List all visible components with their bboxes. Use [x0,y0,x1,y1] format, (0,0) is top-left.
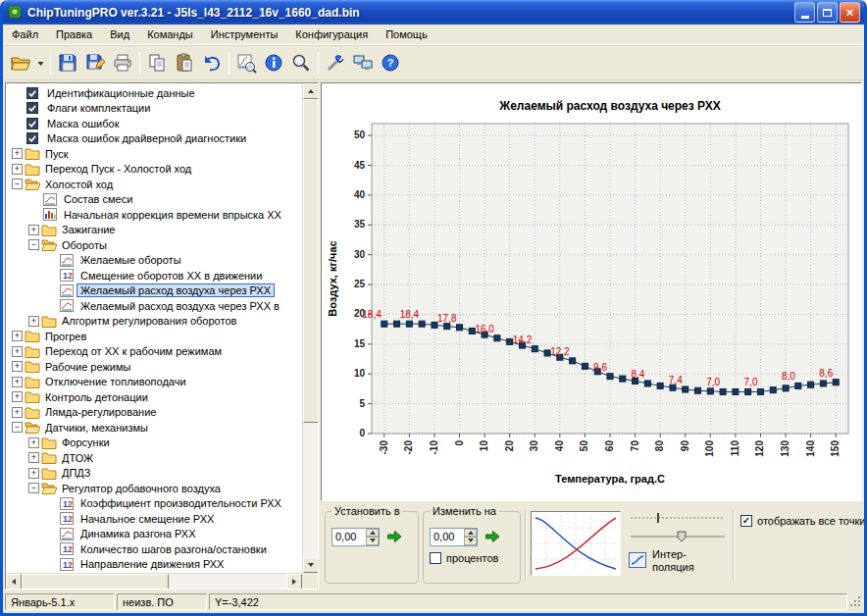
expand-icon[interactable]: + [12,391,23,402]
expand-icon[interactable]: + [12,164,23,175]
menu-item-4[interactable]: Инструменты [202,26,287,43]
tree-item[interactable]: Идентификационные данные [8,85,301,101]
change-value-input[interactable] [431,529,464,545]
expand-icon[interactable]: + [28,468,39,479]
expand-icon[interactable]: + [12,361,23,372]
tree-item[interactable]: Флаги комплектации [8,101,301,117]
close-button[interactable]: × [840,2,860,23]
connection-button[interactable] [349,49,377,77]
scroll-left-button[interactable] [6,574,22,590]
menu-item-0[interactable]: Файл [3,26,47,43]
tree-item[interactable]: Желаемый расход воздуха через РХХ [8,283,301,299]
tree-item[interactable]: +ДПДЗ [8,466,301,482]
expand-icon[interactable]: + [12,331,23,341]
preview-button[interactable] [232,49,260,77]
tools-button[interactable] [322,49,349,77]
expand-icon[interactable]: + [28,316,39,327]
tree-item[interactable]: −Датчики, механизмы [8,420,301,436]
expand-icon[interactable]: + [12,148,23,159]
tree-item[interactable]: +Рабочие режимы [8,359,301,375]
tree-item[interactable]: Маска ошибок [8,116,301,131]
tree-item[interactable]: +Переход от ХХ к рабочим режимам [8,344,301,360]
tree-vertical-scrollbar[interactable] [302,83,318,573]
expand-icon[interactable]: + [28,452,39,463]
info-button[interactable] [260,49,287,77]
scroll-down-button[interactable] [303,557,319,573]
collapse-icon[interactable]: − [28,483,39,493]
show-all-points-checkbox[interactable]: ✓ отображать все точки [740,515,865,527]
tree-item[interactable]: 12Коэффициент производительности РХХ [8,496,301,512]
horizontal-scroll-thumb[interactable] [22,574,169,590]
title-bar[interactable]: ChipTuningPRO ver.3.21 - J5ls_l43_2112_1… [3,0,864,25]
open-button[interactable] [7,49,34,77]
tree-item[interactable]: Маска ошибок драйверной диагностики [8,131,301,147]
svg-text:60: 60 [604,439,615,451]
tree-item[interactable]: +Пуск [8,146,301,162]
tree-item[interactable]: Динамика разгона РХХ [8,527,301,542]
scroll-right-button[interactable] [286,574,302,590]
apply-change-button[interactable] [482,527,503,546]
interpolation-button[interactable]: Интер- поляция [629,548,694,573]
scroll-up-button[interactable] [303,83,319,99]
maximize-button[interactable] [817,2,838,23]
slider-ruler-icon[interactable] [629,511,727,527]
slider-thumb-icon[interactable] [629,529,727,546]
save-as-button[interactable] [81,49,109,77]
save-button[interactable] [54,49,81,77]
tree-item[interactable]: Желаемый расход воздуха через РХХ в [8,298,301,314]
tree-item[interactable]: +Зажигание [8,223,301,238]
tree-item[interactable]: Начальная коррекция времени впрыска ХХ [8,207,301,223]
change-value-spinner[interactable] [464,529,477,545]
resize-grip[interactable] [849,595,862,610]
menu-item-5[interactable]: Конфигурация [286,26,377,43]
expand-icon[interactable]: + [12,377,23,387]
chart-canvas[interactable]: 05101520253035404550-30-20-1001020304050… [325,94,858,490]
tree-item[interactable]: 12Направление движения РХХ [8,557,301,573]
tree-item[interactable]: 12Смещение оборотов ХХ в движении [8,268,301,283]
tree-item[interactable]: +Форсунки [8,436,301,451]
copy-button[interactable] [143,49,171,77]
undo-button[interactable] [198,49,226,77]
tree-item[interactable]: +ДТОЖ [8,450,301,466]
expand-icon[interactable]: + [28,437,39,448]
set-value-input[interactable] [332,529,366,545]
zoom-button[interactable] [287,49,315,77]
menu-item-2[interactable]: Вид [101,26,138,43]
svg-text:2: 2 [68,560,73,570]
toggle-spacer [45,543,58,554]
tree-item[interactable]: −Регулятор добавочного воздуха [8,481,301,496]
scale-curves-preview[interactable] [531,511,621,576]
help-button[interactable]: ? [377,49,404,77]
tree-item[interactable]: −Холостой ход [8,177,301,192]
menu-item-3[interactable]: Команды [138,26,202,43]
collapse-icon[interactable]: − [12,422,23,433]
expand-icon[interactable]: + [12,346,23,357]
expand-icon[interactable]: + [12,407,23,418]
paste-button[interactable] [171,49,198,77]
tree-item[interactable]: Состав смеси [8,192,301,208]
vertical-scroll-thumb[interactable] [303,99,319,423]
tree-item[interactable]: Желаемые обороты [8,253,301,269]
open-more-button[interactable] [34,49,47,77]
percent-checkbox[interactable]: процентов [430,552,498,564]
tree-item[interactable]: −Обороты [8,237,301,253]
tree-item[interactable]: +Контроль детонации [8,389,301,405]
tree-item[interactable]: +Переход Пуск - Холостой ход [8,162,301,178]
tree-item[interactable]: +Алгоритм регулирования оборотов [8,314,301,330]
tree-item[interactable]: 12Начальное смещение РХХ [8,511,301,527]
minimize-button[interactable] [794,2,815,23]
tree-item[interactable]: +Отключение топливоподачи [8,375,301,390]
collapse-icon[interactable]: − [28,239,39,250]
collapse-icon[interactable]: − [12,179,23,189]
tree-item[interactable]: 12Количество шагов разгона/остановки [8,541,301,557]
expand-icon[interactable]: + [28,225,39,235]
tree-item[interactable]: +Лямда-регулирование [8,405,301,421]
tree-item[interactable]: +Прогрев [8,329,301,344]
menu-item-6[interactable]: Помощь [377,26,436,43]
apply-set-button[interactable] [383,527,405,546]
menu-item-1[interactable]: Правка [47,26,101,43]
print-button[interactable] [109,49,136,77]
toolbar-separator [139,52,140,74]
set-value-spinner[interactable] [366,529,379,545]
tree-horizontal-scrollbar[interactable] [6,573,302,589]
